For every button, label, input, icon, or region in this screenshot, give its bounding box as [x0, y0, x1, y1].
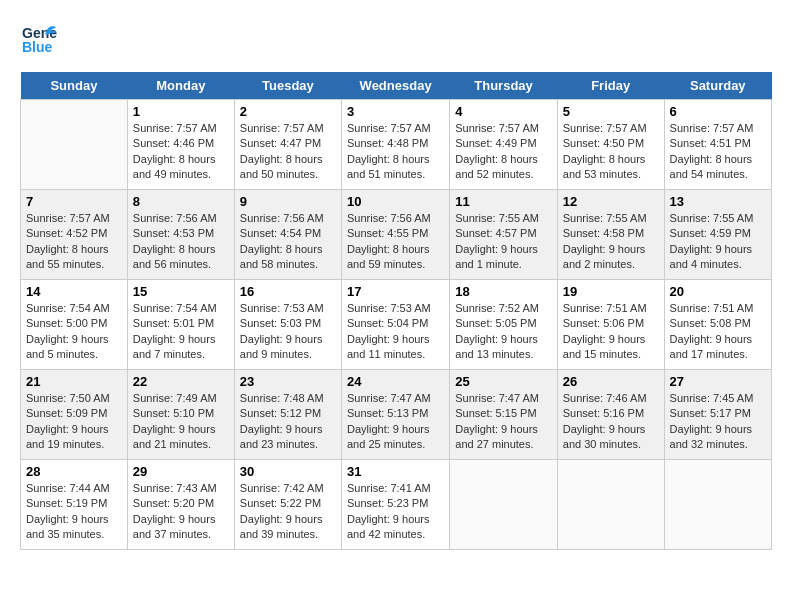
day-info: Sunrise: 7:49 AM Sunset: 5:10 PM Dayligh…: [133, 391, 229, 453]
day-number: 2: [240, 104, 336, 119]
day-number: 24: [347, 374, 444, 389]
day-number: 20: [670, 284, 766, 299]
day-info: Sunrise: 7:51 AM Sunset: 5:06 PM Dayligh…: [563, 301, 659, 363]
day-number: 1: [133, 104, 229, 119]
day-info: Sunrise: 7:57 AM Sunset: 4:48 PM Dayligh…: [347, 121, 444, 183]
day-header-tuesday: Tuesday: [234, 72, 341, 100]
day-cell-22: 22Sunrise: 7:49 AM Sunset: 5:10 PM Dayli…: [127, 370, 234, 460]
day-info: Sunrise: 7:51 AM Sunset: 5:08 PM Dayligh…: [670, 301, 766, 363]
day-cell-19: 19Sunrise: 7:51 AM Sunset: 5:06 PM Dayli…: [557, 280, 664, 370]
page-header: General Blue: [20, 20, 772, 62]
logo: General Blue: [20, 20, 58, 62]
day-number: 27: [670, 374, 766, 389]
day-number: 31: [347, 464, 444, 479]
page-container: General Blue SundayMondayTuesdayWednesda…: [20, 20, 772, 550]
day-cell-12: 12Sunrise: 7:55 AM Sunset: 4:58 PM Dayli…: [557, 190, 664, 280]
day-info: Sunrise: 7:53 AM Sunset: 5:03 PM Dayligh…: [240, 301, 336, 363]
logo-icon: General Blue: [20, 20, 58, 62]
day-number: 8: [133, 194, 229, 209]
day-number: 10: [347, 194, 444, 209]
day-info: Sunrise: 7:45 AM Sunset: 5:17 PM Dayligh…: [670, 391, 766, 453]
day-cell-31: 31Sunrise: 7:41 AM Sunset: 5:23 PM Dayli…: [341, 460, 449, 550]
day-header-saturday: Saturday: [664, 72, 771, 100]
day-number: 16: [240, 284, 336, 299]
day-number: 4: [455, 104, 552, 119]
day-cell-18: 18Sunrise: 7:52 AM Sunset: 5:05 PM Dayli…: [450, 280, 558, 370]
day-cell-2: 2Sunrise: 7:57 AM Sunset: 4:47 PM Daylig…: [234, 100, 341, 190]
day-cell-15: 15Sunrise: 7:54 AM Sunset: 5:01 PM Dayli…: [127, 280, 234, 370]
day-header-monday: Monday: [127, 72, 234, 100]
calendar-table: SundayMondayTuesdayWednesdayThursdayFrid…: [20, 72, 772, 550]
week-row-5: 28Sunrise: 7:44 AM Sunset: 5:19 PM Dayli…: [21, 460, 772, 550]
day-info: Sunrise: 7:57 AM Sunset: 4:52 PM Dayligh…: [26, 211, 122, 273]
empty-cell: [664, 460, 771, 550]
week-row-4: 21Sunrise: 7:50 AM Sunset: 5:09 PM Dayli…: [21, 370, 772, 460]
day-info: Sunrise: 7:44 AM Sunset: 5:19 PM Dayligh…: [26, 481, 122, 543]
day-number: 14: [26, 284, 122, 299]
day-info: Sunrise: 7:48 AM Sunset: 5:12 PM Dayligh…: [240, 391, 336, 453]
day-cell-3: 3Sunrise: 7:57 AM Sunset: 4:48 PM Daylig…: [341, 100, 449, 190]
svg-text:Blue: Blue: [22, 39, 53, 55]
day-cell-6: 6Sunrise: 7:57 AM Sunset: 4:51 PM Daylig…: [664, 100, 771, 190]
day-cell-8: 8Sunrise: 7:56 AM Sunset: 4:53 PM Daylig…: [127, 190, 234, 280]
day-cell-1: 1Sunrise: 7:57 AM Sunset: 4:46 PM Daylig…: [127, 100, 234, 190]
day-number: 6: [670, 104, 766, 119]
day-number: 11: [455, 194, 552, 209]
day-number: 9: [240, 194, 336, 209]
week-row-1: 1Sunrise: 7:57 AM Sunset: 4:46 PM Daylig…: [21, 100, 772, 190]
day-cell-4: 4Sunrise: 7:57 AM Sunset: 4:49 PM Daylig…: [450, 100, 558, 190]
day-info: Sunrise: 7:54 AM Sunset: 5:00 PM Dayligh…: [26, 301, 122, 363]
week-row-3: 14Sunrise: 7:54 AM Sunset: 5:00 PM Dayli…: [21, 280, 772, 370]
day-info: Sunrise: 7:52 AM Sunset: 5:05 PM Dayligh…: [455, 301, 552, 363]
day-info: Sunrise: 7:57 AM Sunset: 4:50 PM Dayligh…: [563, 121, 659, 183]
day-number: 28: [26, 464, 122, 479]
day-number: 12: [563, 194, 659, 209]
day-number: 21: [26, 374, 122, 389]
day-number: 22: [133, 374, 229, 389]
day-number: 26: [563, 374, 659, 389]
day-cell-20: 20Sunrise: 7:51 AM Sunset: 5:08 PM Dayli…: [664, 280, 771, 370]
day-number: 5: [563, 104, 659, 119]
day-info: Sunrise: 7:55 AM Sunset: 4:58 PM Dayligh…: [563, 211, 659, 273]
day-info: Sunrise: 7:47 AM Sunset: 5:15 PM Dayligh…: [455, 391, 552, 453]
day-info: Sunrise: 7:55 AM Sunset: 4:57 PM Dayligh…: [455, 211, 552, 273]
day-cell-7: 7Sunrise: 7:57 AM Sunset: 4:52 PM Daylig…: [21, 190, 128, 280]
empty-cell: [557, 460, 664, 550]
day-number: 30: [240, 464, 336, 479]
day-info: Sunrise: 7:43 AM Sunset: 5:20 PM Dayligh…: [133, 481, 229, 543]
day-cell-17: 17Sunrise: 7:53 AM Sunset: 5:04 PM Dayli…: [341, 280, 449, 370]
day-number: 19: [563, 284, 659, 299]
day-cell-26: 26Sunrise: 7:46 AM Sunset: 5:16 PM Dayli…: [557, 370, 664, 460]
day-header-friday: Friday: [557, 72, 664, 100]
day-cell-23: 23Sunrise: 7:48 AM Sunset: 5:12 PM Dayli…: [234, 370, 341, 460]
day-number: 13: [670, 194, 766, 209]
day-cell-29: 29Sunrise: 7:43 AM Sunset: 5:20 PM Dayli…: [127, 460, 234, 550]
day-info: Sunrise: 7:46 AM Sunset: 5:16 PM Dayligh…: [563, 391, 659, 453]
day-number: 18: [455, 284, 552, 299]
day-info: Sunrise: 7:56 AM Sunset: 4:53 PM Dayligh…: [133, 211, 229, 273]
day-cell-14: 14Sunrise: 7:54 AM Sunset: 5:00 PM Dayli…: [21, 280, 128, 370]
day-cell-13: 13Sunrise: 7:55 AM Sunset: 4:59 PM Dayli…: [664, 190, 771, 280]
day-info: Sunrise: 7:55 AM Sunset: 4:59 PM Dayligh…: [670, 211, 766, 273]
day-cell-21: 21Sunrise: 7:50 AM Sunset: 5:09 PM Dayli…: [21, 370, 128, 460]
day-cell-27: 27Sunrise: 7:45 AM Sunset: 5:17 PM Dayli…: [664, 370, 771, 460]
day-cell-30: 30Sunrise: 7:42 AM Sunset: 5:22 PM Dayli…: [234, 460, 341, 550]
day-number: 29: [133, 464, 229, 479]
day-number: 23: [240, 374, 336, 389]
day-cell-24: 24Sunrise: 7:47 AM Sunset: 5:13 PM Dayli…: [341, 370, 449, 460]
day-info: Sunrise: 7:41 AM Sunset: 5:23 PM Dayligh…: [347, 481, 444, 543]
week-row-2: 7Sunrise: 7:57 AM Sunset: 4:52 PM Daylig…: [21, 190, 772, 280]
day-info: Sunrise: 7:53 AM Sunset: 5:04 PM Dayligh…: [347, 301, 444, 363]
empty-cell: [450, 460, 558, 550]
day-cell-10: 10Sunrise: 7:56 AM Sunset: 4:55 PM Dayli…: [341, 190, 449, 280]
day-cell-16: 16Sunrise: 7:53 AM Sunset: 5:03 PM Dayli…: [234, 280, 341, 370]
day-number: 3: [347, 104, 444, 119]
day-number: 15: [133, 284, 229, 299]
day-cell-28: 28Sunrise: 7:44 AM Sunset: 5:19 PM Dayli…: [21, 460, 128, 550]
day-info: Sunrise: 7:50 AM Sunset: 5:09 PM Dayligh…: [26, 391, 122, 453]
day-number: 7: [26, 194, 122, 209]
day-header-wednesday: Wednesday: [341, 72, 449, 100]
day-number: 25: [455, 374, 552, 389]
day-info: Sunrise: 7:56 AM Sunset: 4:54 PM Dayligh…: [240, 211, 336, 273]
empty-cell: [21, 100, 128, 190]
